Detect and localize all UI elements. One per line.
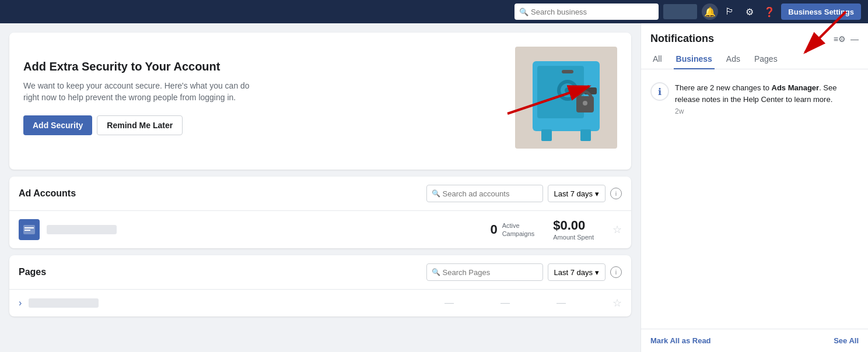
pages-info-icon[interactable]: i [610,266,622,278]
notifications-footer: Mark All as Read See All [641,329,868,352]
left-content: Add Extra Security to Your Account We wa… [0,23,640,352]
business-settings-button[interactable]: Business Settings [781,3,861,20]
notifications-title: Notifications [650,33,714,45]
svg-point-6 [565,87,570,93]
security-card-buttons: Add Security Remind Me Later [23,115,257,135]
ad-account-name-placeholder [47,225,117,234]
notifications-panel: Notifications ≡⚙ — All Business Ads Page… [640,23,868,352]
bell-icon-button[interactable]: 🔔 [702,3,718,20]
pages-row: › — — — ☆ [9,290,631,316]
ad-account-stats: 0 Active Campaigns $0.00 Amount Spent ☆ [490,218,622,241]
notifications-header-icons: ≡⚙ — [834,34,859,44]
tab-pages[interactable]: Pages [752,50,780,69]
pages-section: Pages 🔍 Last 7 days ▾ i › — [9,255,631,316]
expand-page-icon[interactable]: › [19,298,22,308]
search-icon: 🔍 [432,189,440,198]
ad-accounts-controls: 🔍 Last 7 days ▾ i [426,185,622,202]
help-icon-button[interactable]: ❓ [761,3,778,20]
notification-content: There are 2 new changes to Ads Manager. … [675,82,859,115]
notifications-body: ℹ There are 2 new changes to Ads Manager… [641,69,868,329]
security-card-description: We want to keep your account secure. Her… [23,80,257,103]
security-card-text: Add Extra Security to Your Account We wa… [23,60,257,135]
notification-text: There are 2 new changes to Ads Manager. … [675,82,859,105]
page-name-placeholder [29,298,99,308]
notifications-filter-icon[interactable]: ≡⚙ [834,34,846,44]
pages-date-filter[interactable]: Last 7 days ▾ [548,263,606,281]
amount-spent-stat: $0.00 Amount Spent [553,218,594,241]
notification-time: 2w [675,107,859,115]
ad-accounts-search-input[interactable] [443,189,538,198]
date-filter-label: Last 7 days [554,189,593,198]
favorite-star-icon[interactable]: ☆ [612,223,622,236]
nav-account-box [663,4,697,19]
add-security-button[interactable]: Add Security [23,115,92,135]
pages-search-input[interactable] [443,268,538,277]
ad-accounts-search[interactable]: 🔍 [426,185,543,202]
svg-rect-8 [541,129,552,141]
pages-search[interactable]: 🔍 [426,263,543,281]
ad-accounts-title: Ad Accounts [19,188,76,199]
tab-business[interactable]: Business [674,50,715,69]
main-area: Add Extra Security to Your Account We wa… [0,23,868,352]
amount-spent-label: Amount Spent [553,233,594,241]
chevron-down-icon: ▾ [595,268,599,277]
pages-favorite-star-icon[interactable]: ☆ [612,297,622,309]
active-campaigns-stat: 0 Active Campaigns [490,221,534,238]
date-filter-label: Last 7 days [554,268,593,277]
pages-stat-1: — [444,298,454,308]
notifications-header: Notifications ≡⚙ — [641,23,868,45]
search-icon: 🔍 [519,8,528,16]
pages-stat-3: — [556,298,566,308]
ad-accounts-header: Ad Accounts 🔍 Last 7 days ▾ i [9,177,631,211]
ad-accounts-date-filter[interactable]: Last 7 days ▾ [548,185,606,202]
pages-title: Pages [19,267,46,277]
search-bar[interactable]: 🔍 [514,3,659,20]
svg-point-11 [583,101,587,105]
svg-rect-14 [24,230,30,231]
search-input[interactable] [531,8,654,16]
pages-controls: 🔍 Last 7 days ▾ i [426,263,622,281]
chevron-down-icon: ▾ [595,189,599,198]
remind-later-button[interactable]: Remind Me Later [97,115,183,135]
pages-stats: — — — ☆ [444,297,622,309]
ad-account-icon [19,219,40,240]
tab-all[interactable]: All [650,50,664,69]
flag-icon-button[interactable]: 🏳 [722,3,738,20]
ad-account-row: 0 Active Campaigns $0.00 Amount Spent ☆ [9,211,631,248]
navbar-right: 🔔 🏳 ⚙ ❓ Business Settings [702,3,861,20]
active-campaigns-count: 0 [490,222,497,237]
security-card-title: Add Extra Security to Your Account [23,60,257,73]
mark-all-as-read-link[interactable]: Mark All as Read [650,336,711,345]
notifications-close-icon[interactable]: — [850,34,859,44]
ad-accounts-info-icon[interactable]: i [610,188,622,199]
see-all-link[interactable]: See All [834,336,859,345]
active-campaigns-label: Active Campaigns [502,221,535,238]
notification-item: ℹ There are 2 new changes to Ads Manager… [650,76,859,121]
safe-illustration [515,47,617,149]
notifications-tabs: All Business Ads Pages [641,45,868,69]
navbar: 🔍 🔔 🏳 ⚙ ❓ Business Settings [0,0,868,23]
svg-rect-3 [562,70,573,73]
gear-icon-button[interactable]: ⚙ [741,3,758,20]
svg-rect-13 [24,227,34,228]
ad-accounts-section: Ad Accounts 🔍 Last 7 days ▾ i [9,177,631,248]
security-card: Add Extra Security to Your Account We wa… [9,33,631,170]
tab-ads[interactable]: Ads [724,50,743,69]
search-icon: 🔍 [432,268,440,276]
amount-spent-value: $0.00 [553,218,594,233]
svg-rect-9 [580,129,591,141]
notification-info-icon: ℹ [650,82,669,101]
pages-header: Pages 🔍 Last 7 days ▾ i [9,255,631,290]
pages-stat-2: — [501,298,510,308]
